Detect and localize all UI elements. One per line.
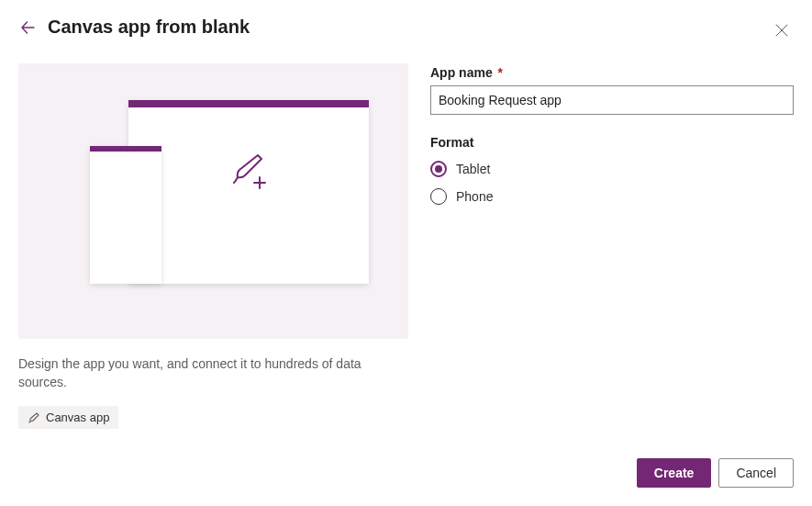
arrow-left-icon	[20, 20, 35, 35]
page-title: Canvas app from blank	[48, 17, 250, 38]
preview-illustration	[18, 63, 408, 339]
app-name-input[interactable]	[430, 85, 794, 115]
cancel-button[interactable]: Cancel	[718, 458, 794, 488]
brush-plus-icon	[227, 150, 271, 194]
create-button[interactable]: Create	[637, 458, 712, 488]
app-name-field-group: App name *	[430, 65, 794, 115]
phone-mockup	[90, 146, 161, 284]
form-column: App name * Format Tablet Phone	[430, 63, 794, 429]
required-mark: *	[498, 65, 503, 80]
preview-column: Design the app you want, and connect it …	[18, 63, 408, 429]
close-icon	[775, 24, 788, 37]
format-option-phone[interactable]: Phone	[430, 188, 794, 205]
format-option-tablet[interactable]: Tablet	[430, 161, 794, 177]
canvas-app-badge: Canvas app	[18, 406, 118, 429]
close-button[interactable]	[773, 22, 790, 39]
tablet-mockup	[128, 100, 369, 284]
radio-selected-icon	[430, 161, 447, 177]
radio-label-tablet: Tablet	[456, 162, 490, 176]
radio-unselected-icon	[430, 188, 447, 205]
badge-label: Canvas app	[46, 410, 109, 424]
dialog-footer: Create Cancel	[637, 458, 794, 488]
app-description: Design the app you want, and connect it …	[18, 355, 367, 391]
format-label: Format	[430, 135, 794, 150]
back-arrow[interactable]	[18, 18, 37, 37]
app-name-label: App name *	[430, 65, 794, 80]
brush-icon	[28, 411, 40, 424]
format-field-group: Format Tablet Phone	[430, 135, 794, 205]
radio-label-phone: Phone	[456, 189, 493, 204]
